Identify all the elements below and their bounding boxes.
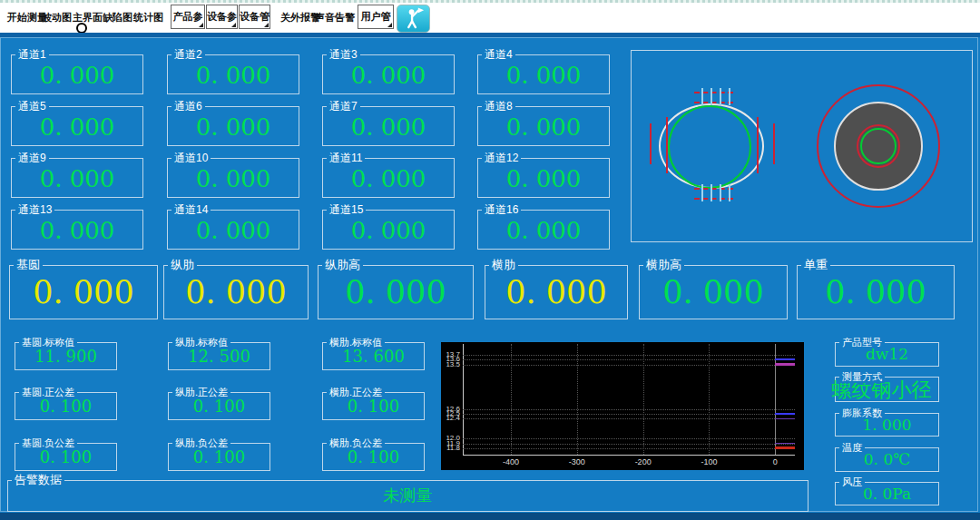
expansion-coef-box: 膨胀系数1. 000 [835, 413, 939, 437]
summary-value: 0. 000 [640, 266, 787, 319]
menu-main-screen[interactable]: 主界面 [73, 11, 103, 25]
channel-value: 0. 000 [12, 159, 142, 199]
channel-label: 通道7 [327, 100, 360, 113]
menu-defect-chart[interactable]: 缺陷图 [103, 11, 132, 25]
expansion-coef-label: 膨胀系数 [839, 407, 885, 419]
trend-chart: -400-300-200-100013.713.613.512.612.512.… [441, 342, 804, 470]
y-tick-label: 12.4 [441, 414, 460, 422]
channel-value: 0. 000 [478, 107, 609, 147]
channel-label: 通道8 [482, 100, 515, 113]
param-label: 纵肋.正公差 [172, 386, 230, 398]
channel-box-14: 通道140. 000 [167, 210, 299, 250]
channel-value: 0. 000 [478, 159, 609, 199]
segment-13.5 [775, 363, 795, 366]
channel-box-4: 通道40. 000 [477, 54, 610, 94]
menu-sound-alarm[interactable]: 声音告警 [315, 11, 355, 25]
y-gridline [463, 448, 795, 449]
measure-mode-label: 测量方式 [839, 370, 885, 383]
summary-label: 纵肋高 [322, 259, 363, 271]
tolerance-mark-left-inner [666, 117, 668, 173]
profile-view-panel [631, 50, 973, 242]
tolerance-mark-left-outer [650, 123, 652, 164]
y-gridline [463, 365, 795, 366]
channel-value: 0. 000 [168, 159, 299, 199]
menu-wave-chart[interactable]: 波动图 [42, 11, 72, 25]
channel-value: 0. 000 [478, 211, 609, 250]
channel-label: 通道3 [327, 48, 360, 61]
chevron-down-icon [199, 23, 203, 27]
param-label: 横肋.正公差 [327, 386, 385, 398]
channel-box-10: 通道100. 000 [167, 158, 299, 198]
channel-value: 0. 000 [478, 55, 609, 95]
summary-box-base-circle: 基圆0. 000 [9, 265, 158, 319]
chevron-down-icon [387, 23, 392, 27]
channel-label: 通道6 [172, 100, 205, 113]
rib-tick [710, 184, 712, 201]
y-gridline [463, 409, 795, 410]
rib-mark-top-outer [694, 92, 733, 93]
menu-statistics-chart[interactable]: 统计图 [133, 11, 163, 25]
param-label: 横肋.标称值 [327, 336, 385, 348]
summary-value: 0. 000 [485, 266, 627, 319]
summary-label: 横肋 [489, 259, 518, 271]
rib-tick [720, 184, 721, 201]
y-gridline [463, 418, 795, 419]
channel-value: 0. 000 [12, 211, 142, 250]
param-box-nominal-cross-rib: 横肋.标称值13. 600 [322, 342, 425, 370]
rib-tick [710, 88, 712, 105]
summary-label: 单重 [801, 259, 830, 271]
measure-mode-box: 测量方式螺纹钢小径 [835, 377, 939, 402]
segment-12.4 [775, 418, 795, 419]
param-label: 基圆.正公差 [19, 386, 77, 398]
channel-box-3: 通道30. 000 [322, 54, 455, 94]
channel-value: 0. 000 [168, 211, 299, 250]
product-model-box: 产品型号dw12 [835, 342, 939, 367]
channel-label: 通道10 [172, 152, 211, 164]
alarm-data-box: 告警数据 未测量 [7, 480, 808, 512]
param-box-nominal-base: 基圆.标称值11. 900 [15, 342, 117, 370]
y-gridline [463, 438, 795, 439]
channel-box-8: 通道80. 000 [477, 106, 610, 146]
summary-label: 纵肋 [168, 259, 197, 271]
device-management-dropdown[interactable]: 设备管理 [239, 5, 270, 29]
channel-box-11: 通道110. 000 [322, 158, 455, 198]
person-with-flag-icon [401, 5, 426, 30]
summary-label: 横肋高 [643, 259, 684, 271]
toolbar: 开始测量 波动图 主界面 缺陷图 统计图 产品参数 设备参数 设备管理 关外报警… [0, 3, 980, 33]
channel-value: 0. 000 [323, 159, 454, 199]
channel-value: 0. 000 [323, 211, 454, 250]
run-button[interactable] [397, 5, 430, 33]
channel-value: 0. 000 [323, 107, 454, 147]
channel-box-15: 通道150. 000 [322, 210, 455, 250]
window-bottom-edge [0, 513, 980, 520]
chevron-down-icon [231, 23, 236, 27]
channel-label: 通道14 [172, 203, 211, 216]
param-box-nominal-long-rib: 纵肋.标称值12. 500 [168, 342, 270, 370]
channel-box-16: 通道160. 000 [477, 210, 610, 250]
channel-box-7: 通道70. 000 [322, 106, 455, 146]
summary-box-long-rib-height: 纵肋高0. 000 [318, 265, 474, 319]
param-label: 纵肋.标称值 [172, 336, 230, 348]
channel-label: 通道9 [15, 152, 49, 164]
summary-box-cross-rib-height: 横肋高0. 000 [639, 265, 788, 319]
channel-value: 0. 000 [323, 55, 454, 95]
user-management-dropdown[interactable]: 用户管理 [358, 5, 394, 29]
rib-tick [701, 184, 703, 201]
device-params-dropdown[interactable]: 设备参数 [206, 5, 238, 29]
product-params-dropdown[interactable]: 产品参数 [171, 5, 205, 29]
tolerance-mark-right-inner [757, 117, 759, 173]
channel-label: 通道4 [482, 48, 515, 61]
profile-measured-green [668, 105, 751, 189]
rib-tick [729, 184, 730, 201]
channel-label: 通道2 [172, 48, 205, 61]
temperature-label: 温度 [839, 441, 865, 454]
channel-value: 0. 000 [12, 55, 142, 95]
y-gridline [463, 359, 795, 360]
param-label: 基圆.负公差 [19, 437, 77, 449]
channel-label: 通道5 [15, 100, 49, 113]
summary-box-long-rib: 纵肋0. 000 [163, 265, 309, 319]
channel-box-13: 通道130. 000 [11, 210, 143, 250]
rib-tick [720, 88, 721, 105]
y-gridline [463, 414, 795, 415]
core-ring-green [860, 128, 897, 164]
